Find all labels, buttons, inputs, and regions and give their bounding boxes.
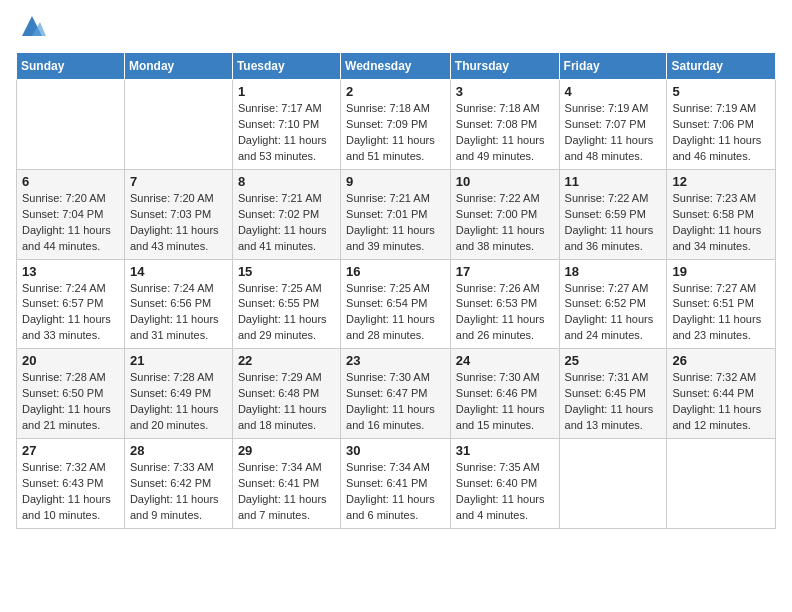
calendar-cell: 29Sunrise: 7:34 AMSunset: 6:41 PMDayligh… (232, 439, 340, 529)
daylight-text: Daylight: 11 hours and 39 minutes. (346, 223, 445, 255)
day-info: Sunrise: 7:26 AMSunset: 6:53 PMDaylight:… (456, 281, 554, 345)
day-info: Sunrise: 7:27 AMSunset: 6:51 PMDaylight:… (672, 281, 770, 345)
sunrise-text: Sunrise: 7:22 AM (565, 191, 662, 207)
sunset-text: Sunset: 6:42 PM (130, 476, 227, 492)
sunrise-text: Sunrise: 7:34 AM (346, 460, 445, 476)
weekday-header-saturday: Saturday (667, 53, 776, 80)
day-number: 7 (130, 174, 227, 189)
day-number: 4 (565, 84, 662, 99)
calendar-cell: 27Sunrise: 7:32 AMSunset: 6:43 PMDayligh… (17, 439, 125, 529)
sunset-text: Sunset: 6:59 PM (565, 207, 662, 223)
day-number: 8 (238, 174, 335, 189)
sunset-text: Sunset: 7:07 PM (565, 117, 662, 133)
daylight-text: Daylight: 11 hours and 38 minutes. (456, 223, 554, 255)
calendar-cell: 12Sunrise: 7:23 AMSunset: 6:58 PMDayligh… (667, 169, 776, 259)
day-number: 6 (22, 174, 119, 189)
day-number: 3 (456, 84, 554, 99)
sunrise-text: Sunrise: 7:29 AM (238, 370, 335, 386)
day-info: Sunrise: 7:18 AMSunset: 7:08 PMDaylight:… (456, 101, 554, 165)
calendar-cell: 4Sunrise: 7:19 AMSunset: 7:07 PMDaylight… (559, 80, 667, 170)
calendar-cell: 3Sunrise: 7:18 AMSunset: 7:08 PMDaylight… (450, 80, 559, 170)
sunrise-text: Sunrise: 7:30 AM (346, 370, 445, 386)
calendar-week-row: 20Sunrise: 7:28 AMSunset: 6:50 PMDayligh… (17, 349, 776, 439)
day-info: Sunrise: 7:34 AMSunset: 6:41 PMDaylight:… (346, 460, 445, 524)
calendar-cell: 7Sunrise: 7:20 AMSunset: 7:03 PMDaylight… (124, 169, 232, 259)
logo-icon (18, 12, 46, 40)
calendar-cell: 28Sunrise: 7:33 AMSunset: 6:42 PMDayligh… (124, 439, 232, 529)
day-info: Sunrise: 7:22 AMSunset: 6:59 PMDaylight:… (565, 191, 662, 255)
day-number: 17 (456, 264, 554, 279)
sunset-text: Sunset: 6:41 PM (346, 476, 445, 492)
calendar-cell: 20Sunrise: 7:28 AMSunset: 6:50 PMDayligh… (17, 349, 125, 439)
daylight-text: Daylight: 11 hours and 31 minutes. (130, 312, 227, 344)
daylight-text: Daylight: 11 hours and 43 minutes. (130, 223, 227, 255)
daylight-text: Daylight: 11 hours and 18 minutes. (238, 402, 335, 434)
day-info: Sunrise: 7:20 AMSunset: 7:04 PMDaylight:… (22, 191, 119, 255)
sunrise-text: Sunrise: 7:24 AM (22, 281, 119, 297)
page-header (16, 16, 776, 40)
daylight-text: Daylight: 11 hours and 20 minutes. (130, 402, 227, 434)
sunset-text: Sunset: 6:45 PM (565, 386, 662, 402)
daylight-text: Daylight: 11 hours and 15 minutes. (456, 402, 554, 434)
day-number: 18 (565, 264, 662, 279)
calendar-header-row: SundayMondayTuesdayWednesdayThursdayFrid… (17, 53, 776, 80)
sunrise-text: Sunrise: 7:33 AM (130, 460, 227, 476)
daylight-text: Daylight: 11 hours and 12 minutes. (672, 402, 770, 434)
weekday-header-sunday: Sunday (17, 53, 125, 80)
day-info: Sunrise: 7:23 AMSunset: 6:58 PMDaylight:… (672, 191, 770, 255)
sunset-text: Sunset: 6:55 PM (238, 296, 335, 312)
day-info: Sunrise: 7:30 AMSunset: 6:47 PMDaylight:… (346, 370, 445, 434)
sunrise-text: Sunrise: 7:28 AM (22, 370, 119, 386)
daylight-text: Daylight: 11 hours and 49 minutes. (456, 133, 554, 165)
sunset-text: Sunset: 6:40 PM (456, 476, 554, 492)
sunset-text: Sunset: 7:04 PM (22, 207, 119, 223)
day-number: 14 (130, 264, 227, 279)
calendar-cell: 30Sunrise: 7:34 AMSunset: 6:41 PMDayligh… (341, 439, 451, 529)
sunrise-text: Sunrise: 7:18 AM (456, 101, 554, 117)
day-number: 1 (238, 84, 335, 99)
calendar-body: 1Sunrise: 7:17 AMSunset: 7:10 PMDaylight… (17, 80, 776, 529)
day-number: 21 (130, 353, 227, 368)
sunrise-text: Sunrise: 7:30 AM (456, 370, 554, 386)
calendar-cell: 31Sunrise: 7:35 AMSunset: 6:40 PMDayligh… (450, 439, 559, 529)
day-info: Sunrise: 7:29 AMSunset: 6:48 PMDaylight:… (238, 370, 335, 434)
calendar-cell: 24Sunrise: 7:30 AMSunset: 6:46 PMDayligh… (450, 349, 559, 439)
day-number: 29 (238, 443, 335, 458)
day-info: Sunrise: 7:21 AMSunset: 7:01 PMDaylight:… (346, 191, 445, 255)
weekday-header-tuesday: Tuesday (232, 53, 340, 80)
sunrise-text: Sunrise: 7:27 AM (565, 281, 662, 297)
weekday-header-thursday: Thursday (450, 53, 559, 80)
day-info: Sunrise: 7:33 AMSunset: 6:42 PMDaylight:… (130, 460, 227, 524)
day-info: Sunrise: 7:32 AMSunset: 6:44 PMDaylight:… (672, 370, 770, 434)
day-info: Sunrise: 7:18 AMSunset: 7:09 PMDaylight:… (346, 101, 445, 165)
day-number: 11 (565, 174, 662, 189)
sunset-text: Sunset: 7:02 PM (238, 207, 335, 223)
daylight-text: Daylight: 11 hours and 4 minutes. (456, 492, 554, 524)
sunrise-text: Sunrise: 7:26 AM (456, 281, 554, 297)
sunrise-text: Sunrise: 7:22 AM (456, 191, 554, 207)
calendar-cell: 5Sunrise: 7:19 AMSunset: 7:06 PMDaylight… (667, 80, 776, 170)
sunset-text: Sunset: 6:51 PM (672, 296, 770, 312)
day-number: 28 (130, 443, 227, 458)
calendar-cell (124, 80, 232, 170)
calendar-cell: 13Sunrise: 7:24 AMSunset: 6:57 PMDayligh… (17, 259, 125, 349)
calendar-cell: 14Sunrise: 7:24 AMSunset: 6:56 PMDayligh… (124, 259, 232, 349)
daylight-text: Daylight: 11 hours and 23 minutes. (672, 312, 770, 344)
day-info: Sunrise: 7:20 AMSunset: 7:03 PMDaylight:… (130, 191, 227, 255)
calendar-cell: 11Sunrise: 7:22 AMSunset: 6:59 PMDayligh… (559, 169, 667, 259)
sunset-text: Sunset: 6:58 PM (672, 207, 770, 223)
sunset-text: Sunset: 7:06 PM (672, 117, 770, 133)
sunrise-text: Sunrise: 7:20 AM (130, 191, 227, 207)
calendar-cell: 8Sunrise: 7:21 AMSunset: 7:02 PMDaylight… (232, 169, 340, 259)
sunrise-text: Sunrise: 7:18 AM (346, 101, 445, 117)
day-number: 24 (456, 353, 554, 368)
daylight-text: Daylight: 11 hours and 26 minutes. (456, 312, 554, 344)
calendar-cell: 26Sunrise: 7:32 AMSunset: 6:44 PMDayligh… (667, 349, 776, 439)
calendar-week-row: 6Sunrise: 7:20 AMSunset: 7:04 PMDaylight… (17, 169, 776, 259)
daylight-text: Daylight: 11 hours and 46 minutes. (672, 133, 770, 165)
calendar-cell: 1Sunrise: 7:17 AMSunset: 7:10 PMDaylight… (232, 80, 340, 170)
day-number: 19 (672, 264, 770, 279)
sunrise-text: Sunrise: 7:23 AM (672, 191, 770, 207)
day-info: Sunrise: 7:31 AMSunset: 6:45 PMDaylight:… (565, 370, 662, 434)
day-number: 25 (565, 353, 662, 368)
